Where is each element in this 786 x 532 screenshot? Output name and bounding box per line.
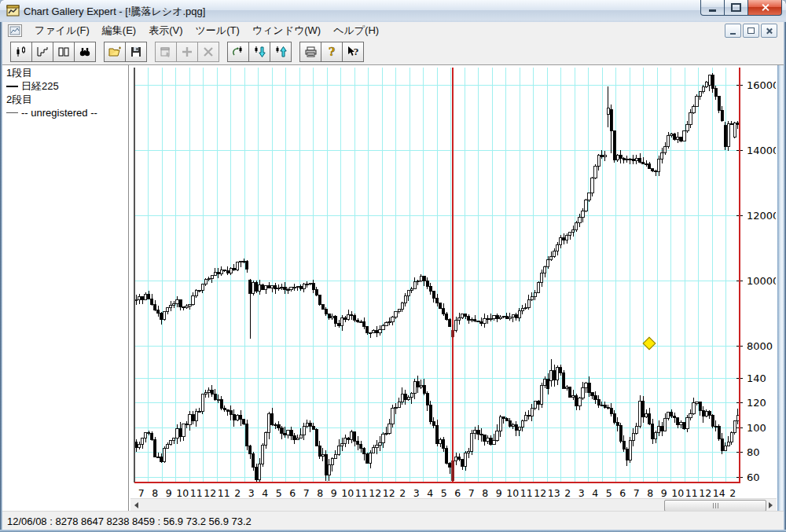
shift-up-button[interactable] (270, 42, 292, 62)
mdi-minimize-button[interactable] (725, 24, 741, 38)
left-arrow-icon (134, 502, 138, 508)
svg-text:10: 10 (506, 487, 519, 499)
svg-text:8: 8 (647, 487, 653, 499)
svg-text:10000: 10000 (747, 275, 776, 287)
svg-text:11: 11 (685, 487, 698, 499)
svg-text:5: 5 (441, 487, 447, 499)
svg-text:8: 8 (317, 487, 323, 499)
refresh-data-button[interactable] (227, 42, 249, 62)
svg-text:3: 3 (578, 487, 585, 499)
floppy-disk-icon (130, 46, 142, 58)
scroll-right-button[interactable] (765, 499, 777, 512)
save-button[interactable] (125, 42, 147, 62)
x-icon (202, 46, 215, 58)
svg-text:2: 2 (234, 487, 241, 499)
print-button[interactable] (299, 42, 321, 62)
svg-text:8: 8 (482, 487, 488, 499)
menu-window[interactable]: ウィンドウ(W) (246, 22, 327, 39)
arrow-help-icon: ? (347, 46, 359, 58)
chart-type-button[interactable] (10, 42, 32, 62)
toolbar: ? ? (2, 39, 784, 65)
scale-button[interactable] (31, 42, 53, 62)
document-icon[interactable] (8, 24, 22, 37)
right-arrow-icon (769, 502, 773, 508)
svg-text:80: 80 (747, 446, 760, 458)
add-button (176, 42, 198, 62)
app-window: Chart Gallery Expert - [!騰落レシオ.pqg] ファイル… (0, 0, 786, 532)
close-button[interactable] (748, 0, 782, 16)
menu-help[interactable]: ヘルプ(H) (327, 22, 385, 39)
search-button[interactable] (74, 42, 96, 62)
svg-text:60: 60 (747, 471, 760, 483)
svg-text:11: 11 (520, 487, 533, 499)
properties-icon (160, 46, 172, 58)
minimize-button[interactable] (700, 0, 725, 16)
menu-view[interactable]: 表示(V) (142, 22, 189, 39)
legend-series-nikkei225[interactable]: 日経225 (6, 80, 128, 92)
svg-text:?: ? (354, 47, 358, 57)
properties-button (155, 42, 177, 62)
menu-tools[interactable]: ツール(T) (189, 22, 246, 39)
mdi-restore-icon (747, 28, 755, 34)
chart-client-area: 1段目 日経225 2段目 -- unregistered -- 1600014… (2, 64, 784, 512)
svg-text:16000: 16000 (747, 79, 776, 91)
svg-text:12: 12 (699, 487, 711, 499)
open-folder-icon (108, 46, 122, 58)
app-icon (6, 4, 20, 17)
svg-text:11: 11 (218, 487, 230, 499)
menu-bar: ファイル(F) 編集(E) 表示(V) ツール(T) ウィンドウ(W) ヘルプ(… (2, 22, 784, 39)
chart-area[interactable]: 1600014000120001000080001401201008060789… (129, 65, 776, 512)
help-icon: ? (325, 46, 338, 58)
two-panes-icon (57, 46, 70, 58)
split-view-button[interactable] (53, 42, 75, 62)
close-icon (761, 3, 769, 12)
legend-panel1-title: 1段目 (6, 67, 128, 79)
mdi-close-icon (766, 28, 773, 35)
horizontal-scrollbar[interactable] (130, 498, 777, 512)
mdi-close-button[interactable] (761, 24, 777, 38)
scrollbar-thumb[interactable] (664, 500, 766, 512)
title-bar[interactable]: Chart Gallery Expert - [!騰落レシオ.pqg] (0, 0, 786, 23)
svg-text:6: 6 (619, 487, 626, 499)
svg-text:7: 7 (468, 487, 475, 499)
open-button[interactable] (104, 42, 126, 62)
context-help-button[interactable]: ? (342, 42, 364, 62)
svg-text:2: 2 (399, 487, 406, 499)
chart-svg[interactable]: 1600014000120001000080001401201008060789… (129, 65, 776, 512)
svg-text:7: 7 (634, 487, 640, 499)
svg-text:5: 5 (606, 487, 612, 499)
mdi-restore-button[interactable] (743, 24, 759, 38)
up-arrow-candle-icon (274, 46, 287, 58)
shift-down-button[interactable] (248, 42, 270, 62)
status-ohlc-readout: 12/06/08 : 8278 8647 8238 8459 : 56.9 73… (7, 515, 252, 527)
svg-text:6: 6 (454, 487, 461, 499)
svg-text:14: 14 (713, 487, 725, 499)
candlestick-icon (15, 46, 28, 58)
scroll-left-button[interactable] (130, 499, 142, 512)
delete-button (197, 42, 219, 62)
window-frame-left (0, 22, 2, 532)
svg-text:9: 9 (331, 487, 337, 499)
svg-text:7: 7 (138, 487, 145, 499)
refresh-candle-icon (232, 46, 244, 58)
svg-text:13: 13 (548, 487, 560, 499)
svg-text:2: 2 (729, 487, 736, 499)
menu-file[interactable]: ファイル(F) (28, 22, 96, 39)
menu-edit[interactable]: 編集(E) (96, 22, 142, 39)
svg-text:11: 11 (190, 487, 203, 499)
maximize-button[interactable] (725, 0, 748, 16)
svg-text:12: 12 (383, 487, 395, 499)
maximize-icon (731, 3, 741, 12)
svg-text:8000: 8000 (747, 340, 773, 352)
legend-series-unregistered[interactable]: -- unregistered -- (6, 107, 128, 119)
svg-text:3: 3 (248, 487, 255, 499)
binoculars-icon (79, 46, 91, 58)
window-title: Chart Gallery Expert - [!騰落レシオ.pqg] (24, 5, 205, 19)
svg-text:9: 9 (166, 487, 172, 499)
svg-text:4: 4 (427, 487, 433, 499)
mdi-minimize-icon (730, 33, 736, 35)
help-button[interactable]: ? (321, 42, 343, 62)
svg-text:100: 100 (747, 422, 766, 434)
step-chart-icon (36, 46, 49, 58)
svg-text:3: 3 (413, 487, 420, 499)
